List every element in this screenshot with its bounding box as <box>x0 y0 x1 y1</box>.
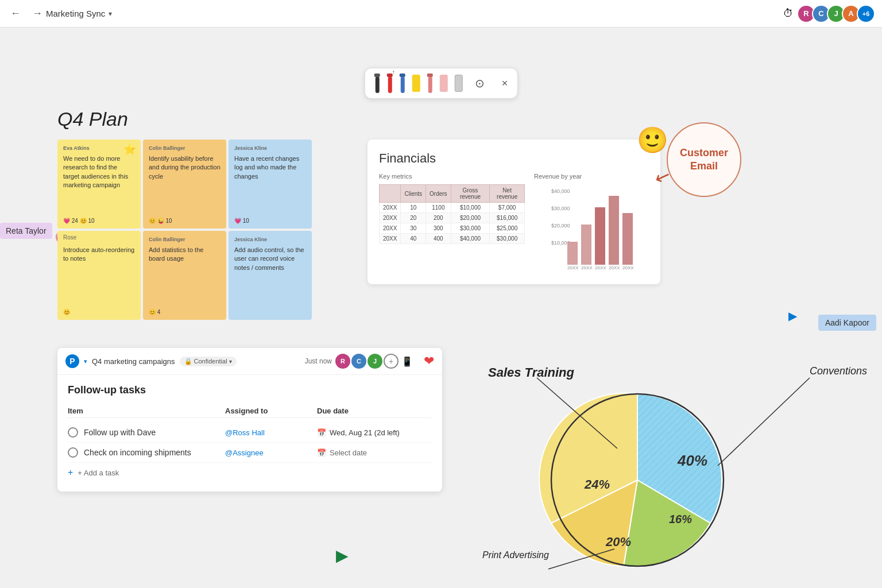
sticky-text-5: Add statistics to the board usage <box>149 246 220 264</box>
eraser-tool[interactable] <box>455 75 463 92</box>
revenue-chart: Revenue by year $40,000 $30,000 $20,000 … <box>534 173 649 273</box>
calendar-icon-2: 📅 <box>317 448 326 457</box>
yellow-highlighter-tool[interactable] <box>412 75 420 92</box>
confidential-dropdown[interactable]: ▾ <box>229 358 232 365</box>
task-item-2: Check on incoming shipments <box>68 447 225 458</box>
pie-chart-area: Sales Training Conventions <box>471 354 873 588</box>
task-checkbox-2[interactable] <box>68 447 78 458</box>
fin-col-orders: Orders <box>426 185 451 203</box>
sticky-note-6[interactable]: Jessica Kline Add audio control, so the … <box>229 231 312 320</box>
black-pen-tool[interactable] <box>374 74 380 93</box>
tasks-logo: P <box>65 354 79 368</box>
pie-print-advertising-label: Print Advertising <box>482 550 549 560</box>
task-item-1: Follow up with Dave <box>68 427 225 438</box>
lasso-select-button[interactable]: ⊙ <box>470 73 490 94</box>
fin-gross-4: $40,000 <box>451 234 490 244</box>
timer-icon[interactable]: ⏱ <box>783 7 794 20</box>
svg-rect-5 <box>581 225 591 265</box>
pie-conventions-label: Conventions <box>810 365 867 377</box>
lock-icon: 🔒 <box>184 358 192 365</box>
table-row: 20XX 10 1100 $10,000 $7,000 <box>380 203 525 213</box>
fin-year-2: 20XX <box>380 213 401 223</box>
confidential-badge: 🔒 Confidential ▾ <box>180 357 237 366</box>
sticky-note-1[interactable]: Eva Atkins We need to do more research t… <box>57 140 141 229</box>
add-people-icon[interactable]: + <box>384 354 399 369</box>
task-row-2: Check on incoming shipments @Assignee 📅 … <box>68 443 432 463</box>
due-date-2[interactable]: 📅 Select date <box>317 448 432 457</box>
fin-gross-3: $30,000 <box>451 223 490 234</box>
svg-text:20XX: 20XX <box>622 265 634 270</box>
pink-highlighter-tool[interactable] <box>440 75 448 92</box>
add-task-row[interactable]: + + Add a task <box>68 463 432 482</box>
task-label-1: Follow up with Dave <box>84 428 156 437</box>
mobile-icon: 📱 <box>400 354 415 369</box>
svg-text:20%: 20% <box>605 535 631 549</box>
canvas: ↑ ⊙ × Q4 Plan Reta Taylo <box>0 28 882 588</box>
svg-text:$40,000: $40,000 <box>551 188 570 194</box>
tasks-dropdown-arrow[interactable]: ▾ <box>84 358 87 365</box>
heart-button[interactable]: ❤ <box>424 354 434 369</box>
fin-net-4: $30,000 <box>490 234 525 244</box>
sticky-note-5[interactable]: Colin Ballinger Add statistics to the bo… <box>143 231 226 320</box>
assigned-to-2[interactable]: @Assignee <box>225 448 317 457</box>
back-button[interactable]: ← <box>7 5 24 22</box>
avatar-more[interactable]: +6 <box>857 5 875 23</box>
task-checkbox-1[interactable] <box>68 427 78 438</box>
fin-clients-2: 20 <box>401 213 426 223</box>
sticky-text-6: Add audio control, so the user can recor… <box>234 246 306 272</box>
red-pen-tool[interactable]: ↑ <box>387 74 393 93</box>
blue-pen-tool[interactable] <box>400 74 405 93</box>
due-date-1: 📅 Wed, Aug 21 (2d left) <box>317 428 432 437</box>
task-label-2: Check on incoming shipments <box>84 448 191 457</box>
due-date-text-1: Wed, Aug 21 (2d left) <box>330 428 400 437</box>
fin-year-3: 20XX <box>380 223 401 234</box>
fin-year-1: 20XX <box>380 203 401 213</box>
fin-col-year <box>380 185 401 203</box>
page-title: Marketing Sync <box>46 9 105 18</box>
tasks-col-headers: Item Assigned to Due date <box>68 404 432 418</box>
aadi-cursor-icon: ▶ <box>788 309 797 323</box>
bar-chart-svg: $40,000 $30,000 $20,000 $10,000 20XX 20X… <box>534 184 649 270</box>
tasks-doc-title: Q4 marketing campaigns <box>92 357 175 366</box>
sticky-note-3[interactable]: Jessica Kline Have a recent changes log … <box>229 140 312 229</box>
fin-orders-4: 400 <box>426 234 451 244</box>
add-task-label: + Add a task <box>78 469 119 477</box>
svg-text:20XX: 20XX <box>595 265 606 270</box>
revenue-by-year-label: Revenue by year <box>534 173 649 180</box>
fin-clients-3: 30 <box>401 223 426 234</box>
fin-orders-2: 200 <box>426 213 451 223</box>
sticky-text-4: Introduce auto-reordering to notes <box>63 246 135 264</box>
svg-text:16%: 16% <box>669 513 692 525</box>
table-row: 20XX 30 300 $30,000 $25,000 <box>380 223 525 234</box>
sticky-reactions-1: 💗 24 😊 10 <box>63 218 95 224</box>
aadi-kapoor-label: Aadi Kapoor <box>818 315 876 331</box>
svg-text:20XX: 20XX <box>567 265 579 270</box>
emoji-face-icon: 🙂 <box>637 125 668 155</box>
svg-text:$10,000: $10,000 <box>551 240 570 246</box>
fin-net-3: $25,000 <box>490 223 525 234</box>
avatar-group: R C J A +6 <box>797 5 875 23</box>
sticky-note-2[interactable]: Colin Ballinger Identify usability befor… <box>143 140 226 229</box>
svg-rect-6 <box>595 207 605 265</box>
title-dropdown-icon[interactable]: ▾ <box>109 10 112 18</box>
col-header-due-date: Due date <box>317 407 432 415</box>
sticky-author-2: Colin Ballinger <box>149 145 220 151</box>
tasks-panel: P ▾ Q4 marketing campaigns 🔒 Confidentia… <box>57 348 442 492</box>
key-metrics-label: Key metrics <box>379 173 525 180</box>
financials-card: Financials Key metrics Clients Orders Gr… <box>368 140 660 284</box>
assigned-to-1[interactable]: @Ross Hall <box>225 428 317 437</box>
sticky-reactions-2: 😊 😜 10 <box>149 218 172 224</box>
forward-button[interactable]: → <box>29 5 46 22</box>
pink-pen-tool[interactable] <box>427 74 433 93</box>
fin-col-net: Net revenue <box>490 185 525 203</box>
sticky-reactions-4: 😊 <box>63 309 70 315</box>
fin-gross-1: $10,000 <box>451 203 490 213</box>
sticky-note-4[interactable]: Rose Introduce auto-reordering to notes … <box>57 231 141 320</box>
close-toolbar-button[interactable]: × <box>502 78 508 90</box>
fin-orders-1: 1100 <box>426 203 451 213</box>
svg-rect-7 <box>609 196 619 265</box>
sticky-reactions-5: 😊 4 <box>149 309 160 315</box>
tasks-body: Follow-up tasks Item Assigned to Due dat… <box>57 375 442 492</box>
reta-taylor-label: Reta Taylor <box>0 223 52 239</box>
just-now-label: Just now <box>305 357 332 365</box>
